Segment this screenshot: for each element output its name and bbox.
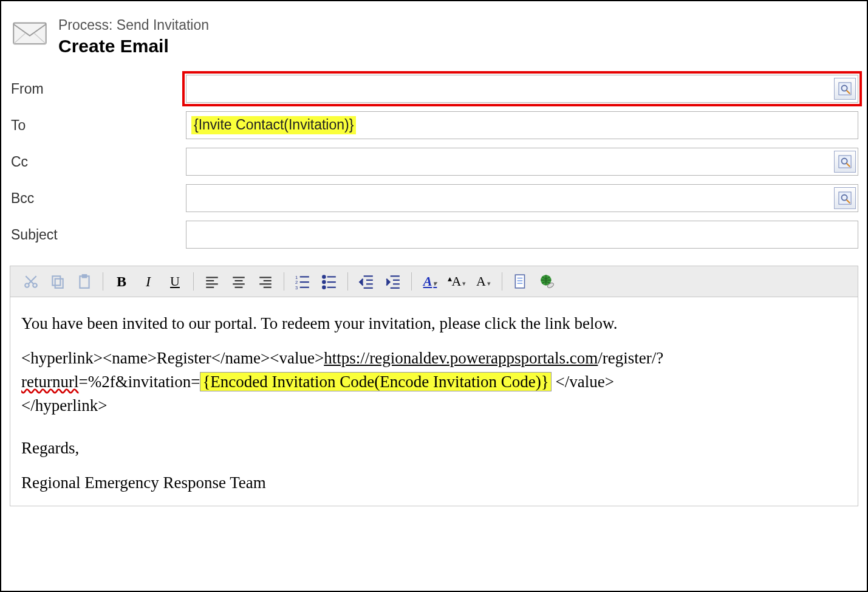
outdent-button[interactable]	[353, 269, 380, 294]
bcc-row: Bcc	[10, 184, 858, 212]
unordered-list-icon	[321, 274, 337, 289]
toolbar-separator	[193, 272, 194, 291]
copy-icon	[50, 274, 66, 289]
text-highlight-button[interactable]: A▾	[417, 269, 443, 294]
toolbar-separator	[284, 272, 284, 291]
align-center-button[interactable]	[225, 269, 252, 294]
insert-hyperlink-button[interactable]	[534, 269, 561, 294]
svg-rect-14	[52, 276, 60, 285]
font-color-a-icon: A▾	[476, 274, 491, 289]
bcc-lookup-button[interactable]	[834, 187, 856, 209]
svg-rect-0	[13, 23, 46, 44]
svg-text:1: 1	[295, 275, 298, 280]
to-row: To {Invite Contact(Invitation)}	[10, 111, 858, 139]
bcc-input[interactable]	[186, 184, 858, 212]
envelope-icon	[12, 21, 47, 46]
from-row: From	[10, 75, 858, 103]
body-url-part1: https://regionaldev.powerappsportals.com	[324, 349, 598, 367]
svg-point-38	[323, 286, 325, 289]
lookup-icon	[838, 82, 852, 95]
insert-template-button[interactable]	[507, 269, 534, 294]
svg-rect-50	[515, 275, 524, 288]
email-body-editor[interactable]: You have been invited to our portal. To …	[10, 297, 858, 506]
toolbar-separator	[103, 272, 103, 291]
subject-row: Subject	[10, 221, 858, 249]
align-left-button[interactable]	[199, 269, 225, 294]
svg-text:2: 2	[295, 280, 298, 285]
toolbar-separator	[411, 272, 412, 291]
cc-lookup-button[interactable]	[834, 151, 856, 173]
invitation-code-token[interactable]: {Encoded Invitation Code(Encode Invitati…	[200, 372, 551, 391]
body-regards: Regards,	[21, 436, 847, 460]
editor-toolbar: B I U 123 A▾ ▴A▾ A▾	[10, 266, 858, 297]
font-color-button[interactable]: A▾	[470, 269, 497, 294]
svg-point-37	[323, 281, 325, 283]
from-label: From	[10, 81, 186, 97]
svg-rect-17	[83, 275, 87, 277]
paste-button[interactable]	[71, 269, 98, 294]
indent-button[interactable]	[380, 269, 406, 294]
cc-input[interactable]	[186, 148, 858, 176]
font-size-a-icon: ▴A▾	[448, 274, 466, 289]
globe-link-icon	[539, 274, 555, 289]
body-returnurl-word: returnurl	[21, 373, 78, 391]
outdent-icon	[358, 274, 374, 289]
font-size-button[interactable]: ▴A▾	[443, 269, 470, 294]
body-signature: Regional Emergency Response Team	[21, 471, 847, 495]
lookup-icon	[838, 155, 852, 168]
svg-text:3: 3	[295, 285, 298, 289]
unordered-list-button[interactable]	[316, 269, 343, 294]
cut-button[interactable]	[18, 269, 44, 294]
toolbar-separator	[347, 272, 348, 291]
body-hyperlink-block: <hyperlink><name>Register</name><value>h…	[21, 346, 847, 418]
highlight-a-icon: A▾	[423, 274, 437, 289]
from-input[interactable]	[186, 75, 858, 103]
copy-button[interactable]	[44, 269, 71, 294]
bcc-label: Bcc	[10, 190, 186, 207]
ordered-list-button[interactable]: 123	[289, 269, 316, 294]
body-intro-text: You have been invited to our portal. To …	[21, 312, 847, 336]
toolbar-separator	[502, 272, 502, 291]
to-value-chip: {Invite Contact(Invitation)}	[191, 116, 356, 134]
document-icon	[513, 274, 528, 289]
paste-icon	[77, 274, 92, 289]
svg-point-36	[323, 275, 325, 278]
cc-row: Cc	[10, 148, 858, 176]
page-title: Create Email	[58, 36, 209, 57]
indent-icon	[385, 274, 401, 289]
underline-button[interactable]: U	[162, 269, 188, 294]
bold-button[interactable]: B	[108, 269, 135, 294]
lookup-icon	[838, 191, 852, 205]
process-label: Process: Send Invitation	[58, 17, 209, 33]
to-label: To	[10, 117, 186, 134]
svg-rect-15	[55, 279, 63, 288]
align-right-icon	[258, 274, 273, 289]
scissors-icon	[23, 274, 39, 289]
subject-label: Subject	[10, 227, 186, 243]
subject-input[interactable]	[186, 221, 858, 249]
to-input[interactable]: {Invite Contact(Invitation)}	[186, 111, 858, 139]
ordered-list-icon: 123	[295, 274, 310, 289]
italic-button[interactable]: I	[135, 269, 162, 294]
align-right-button[interactable]	[252, 269, 279, 294]
page-header: Process: Send Invitation Create Email	[10, 17, 858, 57]
align-center-icon	[231, 274, 247, 289]
from-lookup-button[interactable]	[834, 78, 856, 100]
align-left-icon	[204, 274, 220, 289]
cc-label: Cc	[10, 154, 186, 170]
